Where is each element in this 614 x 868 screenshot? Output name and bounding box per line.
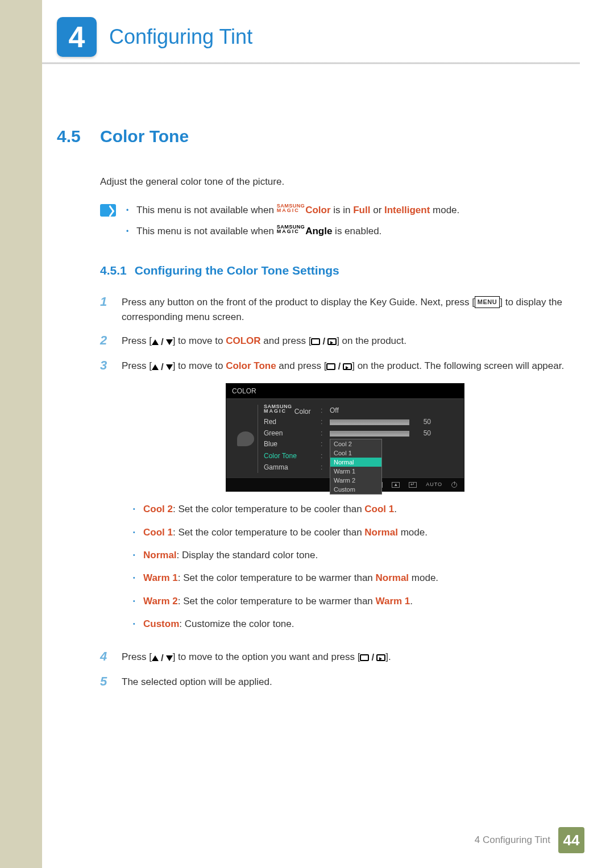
osd-dropdown: Cool 2 Cool 1 Normal Warm 1 Warm 2 Custo…	[330, 439, 382, 495]
option-descriptions: Cool 2: Set the color temperature to be …	[133, 502, 569, 632]
osd-value: Off	[330, 405, 457, 416]
osd-option-selected: Normal	[330, 458, 381, 467]
samsung-magic-logo: SAMSUNGMAGIC	[277, 225, 305, 234]
note-item: This menu is not available when SAMSUNGM…	[126, 203, 459, 218]
section-title: Color Tone	[100, 127, 189, 146]
osd-value: 50	[414, 428, 431, 439]
page-number-badge: 44	[558, 827, 584, 853]
palette-icon	[237, 431, 254, 446]
enter-source-icon: /	[360, 650, 385, 665]
step-body: Press [/] to move to COLOR and press [/]…	[122, 334, 569, 350]
option-item: Custom: Customize the color tone.	[133, 617, 569, 632]
up-down-icon: /	[152, 651, 173, 666]
text: or	[370, 205, 384, 215]
step-item: 2 Press [/] to move to COLOR and press […	[100, 334, 569, 350]
text: This menu is not available when	[136, 205, 277, 215]
text: mode.	[430, 205, 459, 215]
osd-row-blue: Blue: Cool 2 Cool 1 Normal Warm 1 Wa	[264, 439, 457, 450]
step-body: Press [/] to move to the option you want…	[122, 650, 569, 666]
osd-label: Gamma	[264, 462, 316, 473]
step-item: 3 Press [/] to move to Color Tone and pr…	[100, 359, 569, 641]
osd-label: Red	[264, 417, 316, 427]
osd-row-green: Green: 50	[264, 427, 457, 439]
osd-row-red: Red: 50	[264, 416, 457, 427]
text: Press [	[122, 360, 152, 371]
step-number: 4	[100, 650, 113, 666]
chapter-title: Configuring Tint	[109, 25, 252, 49]
osd-screenshot: COLOR SAMSUNGMAGIC Color : Off	[122, 383, 569, 492]
up-down-icon: /	[152, 335, 173, 350]
text: ] on the product. The following screen w…	[352, 360, 564, 371]
section-body: Adjust the general color tone of the pic…	[100, 175, 569, 690]
step-item: 5 The selected option will be applied.	[100, 675, 569, 690]
osd-option: Cool 2	[330, 439, 381, 448]
osd-option: Custom	[330, 485, 381, 494]
step-body: The selected option will be applied.	[122, 675, 569, 690]
text: is in	[331, 205, 354, 215]
osd-label: Blue	[264, 439, 316, 450]
step-number: 1	[100, 295, 113, 325]
step-number: 5	[100, 675, 113, 690]
osd-option: Cool 1	[330, 448, 381, 458]
menu-button-icon: MENU	[475, 296, 500, 308]
hl: COLOR	[226, 335, 260, 346]
osd-option: Warm 2	[330, 476, 381, 485]
enter-source-icon: /	[326, 359, 352, 374]
osd-option: Warm 1	[330, 467, 381, 476]
slider-icon	[330, 431, 409, 437]
section-intro: Adjust the general color tone of the pic…	[100, 175, 569, 189]
samsung-magic-logo: SAMSUNGMAGIC	[277, 203, 305, 213]
power-icon	[451, 482, 457, 488]
option-item: Cool 2: Set the color temperature to be …	[133, 502, 569, 517]
chapter-number-badge: 4	[57, 17, 97, 57]
text: ].	[385, 651, 391, 662]
hl: Intelligent	[384, 205, 430, 215]
text: Press [	[122, 651, 152, 662]
hl: Full	[353, 205, 370, 215]
chapter-header: 4 Configuring Tint	[57, 17, 569, 57]
section-heading: 4.5 Color Tone	[57, 127, 569, 146]
note-block: This menu is not available when SAMSUNGM…	[100, 203, 569, 244]
option-item: Cool 1: Set the color temperature to be …	[133, 525, 569, 540]
osd-rows: SAMSUNGMAGIC Color : Off Red: 50	[264, 405, 457, 473]
option-item: Normal: Display the standard color tone.	[133, 548, 569, 563]
hl: Angle	[305, 226, 332, 236]
option-item: Warm 1: Set the color temperature to be …	[133, 571, 569, 585]
text: ] to move to the option you want and pre…	[173, 651, 360, 662]
text: ] to move to	[173, 360, 226, 371]
note-icon	[100, 204, 116, 217]
text: is enabled.	[332, 226, 381, 236]
osd-label: SAMSUNGMAGIC Color	[264, 404, 316, 417]
osd-row-magiccolor: SAMSUNGMAGIC Color : Off	[264, 405, 457, 416]
osd-title: COLOR	[226, 384, 464, 400]
osd-label: Green	[264, 428, 316, 439]
note-item: This menu is not available when SAMSUNGM…	[126, 224, 459, 239]
osd-value: 50	[414, 417, 431, 427]
page-footer: 4 Configuring Tint 44	[475, 827, 584, 853]
text: Press any button on the front of the pro…	[122, 297, 475, 308]
step-item: 1 Press any button on the front of the p…	[100, 295, 569, 325]
step-number: 3	[100, 359, 113, 641]
step-body: Press [/] to move to Color Tone and pres…	[122, 359, 569, 641]
enter-source-icon: /	[311, 334, 337, 349]
footer-chapter-ref: 4 Configuring Tint	[475, 834, 550, 846]
hl: Color	[305, 205, 330, 215]
up-down-icon: /	[152, 360, 173, 375]
step-list: 1 Press any button on the front of the p…	[100, 295, 569, 690]
subsection-number: 4.5.1	[100, 264, 127, 277]
page-content: 4 Configuring Tint 4.5 Color Tone Adjust…	[0, 0, 614, 690]
section-number: 4.5	[57, 127, 90, 146]
samsung-magic-logo: SAMSUNGMAGIC	[264, 404, 292, 413]
text: Press [	[122, 335, 152, 346]
text: and press [	[261, 335, 312, 346]
text: ] on the product.	[337, 335, 406, 346]
note-list: This menu is not available when SAMSUNGM…	[126, 203, 459, 244]
osd-label-selected: Color Tone	[264, 451, 316, 462]
step-number: 2	[100, 334, 113, 350]
text: and press [	[276, 360, 327, 371]
osd-category-icon-col	[233, 405, 258, 473]
subsection-title: Configuring the Color Tone Settings	[135, 264, 339, 277]
step-body: Press any button on the front of the pro…	[122, 295, 569, 325]
text: This menu is not available when	[136, 226, 277, 236]
step-item: 4 Press [/] to move to the option you wa…	[100, 650, 569, 666]
